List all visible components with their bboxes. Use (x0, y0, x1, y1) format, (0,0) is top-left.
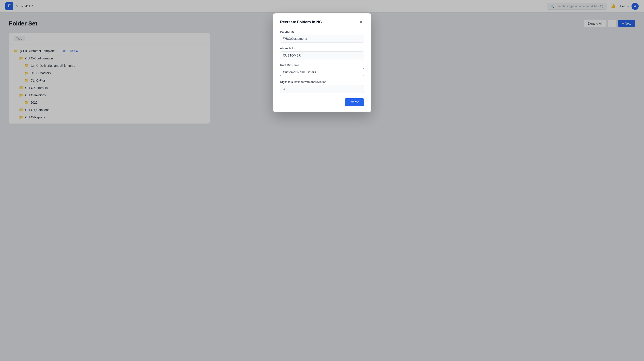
abbreviation-input[interactable] (280, 51, 364, 60)
modal-title: Recreate Folders in NC (280, 20, 322, 24)
modal-backdrop: Recreate Folders in NC ✕ Parent Path Abb… (0, 0, 644, 361)
recreate-folders-modal: Recreate Folders in NC ✕ Parent Path Abb… (273, 14, 371, 112)
parent-path-label: Parent Path (280, 30, 364, 33)
abbreviation-label: Abbreviation (280, 47, 364, 50)
root-dir-label: Root Dir Name (280, 64, 364, 67)
root-dir-field: Root Dir Name (280, 64, 364, 76)
digits-field: Digits to substitute with abbreviation (280, 80, 364, 93)
create-button[interactable]: Create (345, 98, 364, 106)
modal-close-button[interactable]: ✕ (358, 20, 364, 25)
modal-footer: Create (280, 98, 364, 106)
digits-input[interactable] (280, 85, 364, 93)
digits-label: Digits to substitute with abbreviation (280, 80, 364, 84)
parent-path-field: Parent Path (280, 30, 364, 43)
parent-path-input[interactable] (280, 35, 364, 43)
root-dir-input[interactable] (280, 68, 364, 76)
abbreviation-field: Abbreviation (280, 47, 364, 60)
modal-header: Recreate Folders in NC ✕ (280, 20, 364, 25)
